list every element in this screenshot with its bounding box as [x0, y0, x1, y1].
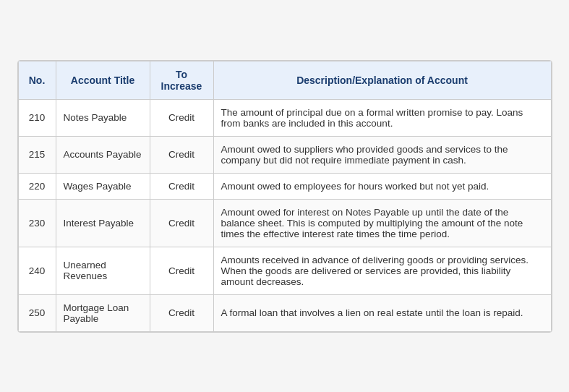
header-no: No. — [18, 61, 56, 99]
cell-description: A formal loan that involves a lien on re… — [213, 294, 551, 331]
cell-no: 210 — [18, 99, 56, 136]
table-row: 210Notes PayableCreditThe amount of prin… — [18, 99, 551, 136]
cell-account-title: Accounts Payable — [56, 136, 150, 173]
header-to-increase: ToIncrease — [150, 61, 213, 99]
cell-account-title: Wages Payable — [56, 173, 150, 199]
cell-to-increase: Credit — [150, 136, 213, 173]
table-header-row: No. Account Title ToIncrease Description… — [18, 61, 551, 99]
table-row: 230Interest PayableCreditAmount owed for… — [18, 199, 551, 247]
cell-description: The amount of principal due on a formal … — [213, 99, 551, 136]
header-description: Description/Explanation of Account — [213, 61, 551, 99]
cell-no: 230 — [18, 199, 56, 247]
cell-to-increase: Credit — [150, 173, 213, 199]
cell-description: Amounts received in advance of deliverin… — [213, 247, 551, 294]
header-account-title: Account Title — [56, 61, 150, 99]
table-row: 215Accounts PayableCreditAmount owed to … — [18, 136, 551, 173]
cell-to-increase: Credit — [150, 294, 213, 331]
cell-to-increase: Credit — [150, 99, 213, 136]
cell-description: Amount owed to suppliers who provided go… — [213, 136, 551, 173]
cell-account-title: Notes Payable — [56, 99, 150, 136]
main-table-wrapper: No. Account Title ToIncrease Description… — [17, 60, 552, 333]
cell-no: 250 — [18, 294, 56, 331]
cell-account-title: Interest Payable — [56, 199, 150, 247]
cell-account-title: Mortgage Loan Payable — [56, 294, 150, 331]
cell-to-increase: Credit — [150, 199, 213, 247]
cell-no: 240 — [18, 247, 56, 294]
cell-description: Amount owed to employees for hours worke… — [213, 173, 551, 199]
table-row: 250Mortgage Loan PayableCreditA formal l… — [18, 294, 551, 331]
accounts-table: No. Account Title ToIncrease Description… — [18, 61, 552, 332]
cell-account-title: Unearned Revenues — [56, 247, 150, 294]
table-row: 240Unearned RevenuesCreditAmounts receiv… — [18, 247, 551, 294]
table-row: 220Wages PayableCreditAmount owed to emp… — [18, 173, 551, 199]
cell-no: 220 — [18, 173, 56, 199]
cell-no: 215 — [18, 136, 56, 173]
cell-to-increase: Credit — [150, 247, 213, 294]
cell-description: Amount owed for interest on Notes Payabl… — [213, 199, 551, 247]
